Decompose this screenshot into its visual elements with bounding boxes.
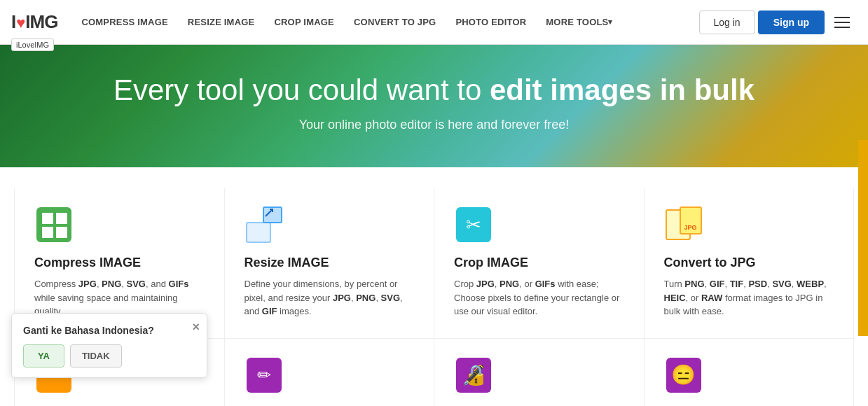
hero-headline-bold: edit images in bulk — [490, 74, 755, 106]
login-button[interactable]: Log in — [699, 10, 755, 34]
svg-line-1 — [61, 214, 66, 219]
convert-icon: JPG — [664, 205, 703, 244]
language-no-button[interactable]: TIDAK — [70, 344, 122, 368]
logo-img: IMG — [25, 11, 57, 32]
compress-icon — [34, 205, 74, 244]
right-accent-bar — [858, 140, 868, 336]
hamburger-line-1 — [834, 17, 850, 18]
hero-headline: Every tool you could want to edit images… — [14, 73, 854, 108]
logo-text: I♥IMG — [11, 11, 57, 33]
svg-line-0 — [43, 214, 48, 219]
language-popup-close-button[interactable]: × — [192, 321, 200, 333]
crop-icon: ✂ — [454, 205, 493, 244]
compress-arrow-tr-icon — [57, 214, 67, 223]
convert-desc: Turn PNG, GIF, TIF, PSD, SVG, WEBP, HEIC… — [664, 277, 834, 318]
signup-button[interactable]: Sign up — [758, 10, 825, 34]
watermark-icon: 🔏 — [454, 356, 493, 395]
nav-crop[interactable]: CROP IMAGE — [264, 0, 344, 45]
language-popup-buttons: YA TIDAK — [23, 344, 195, 368]
tool-crop[interactable]: ✂ Crop IMAGE Crop JPG, PNG, or GIFs with… — [434, 188, 645, 339]
nav-right: Log in Sign up — [699, 8, 857, 36]
language-popup-title: Ganti ke Bahasa Indonesia? — [23, 325, 195, 336]
crop-title: Crop IMAGE — [454, 255, 624, 270]
crop-desc: Crop JPG, PNG, or GIFs with ease; Choose… — [454, 277, 624, 318]
logo-heart: ♥ — [16, 14, 25, 31]
hamburger-line-2 — [834, 22, 850, 23]
svg-line-2 — [43, 232, 48, 237]
nav-more-tools[interactable]: MORE TOOLS — [536, 0, 622, 45]
logo[interactable]: I♥IMG iLoveIMG — [11, 11, 57, 33]
navbar: I♥IMG iLoveIMG COMPRESS IMAGE RESIZE IMA… — [0, 0, 868, 45]
hero-headline-part1: Every tool you could want to — [113, 74, 490, 106]
tool-meme[interactable]: 😑 Meme generator Create your memes onlin… — [645, 339, 855, 406]
compress-arrow-bl-icon — [43, 227, 53, 237]
svg-line-3 — [61, 232, 66, 237]
language-yes-button[interactable]: YA — [23, 344, 64, 368]
photo-editor-icon: ✏ — [244, 356, 284, 395]
resize-arrow-icon — [264, 208, 274, 218]
resize-icon — [244, 205, 284, 244]
logo-i: I — [11, 11, 15, 32]
nav-links: COMPRESS IMAGE RESIZE IMAGE CROP IMAGE C… — [71, 0, 698, 45]
tool-watermark[interactable]: 🔏 Watermark IMAGE Stamp an image or text… — [434, 339, 645, 406]
tool-resize[interactable]: Resize IMAGE Define your dimensions, by … — [225, 188, 435, 339]
language-popup: × Ganti ke Bahasa Indonesia? YA TIDAK — [11, 313, 207, 378]
nav-convert[interactable]: CONVERT TO JPG — [344, 0, 446, 45]
hero-subheadline: Your online photo editor is here and for… — [14, 118, 854, 132]
svg-line-4 — [266, 209, 273, 216]
nav-resize[interactable]: RESIZE IMAGE — [178, 0, 265, 45]
hamburger-menu-button[interactable] — [827, 8, 857, 36]
compress-arrow-tl-icon — [43, 214, 53, 223]
tool-photo-editor[interactable]: ✏ Photo editor Spice up your pictures wi… — [225, 339, 435, 406]
hero-section: Every tool you could want to edit images… — [0, 45, 868, 167]
convert-title: Convert to JPG — [664, 255, 834, 270]
compress-arrow-br-icon — [57, 227, 67, 237]
hamburger-line-3 — [834, 27, 850, 28]
tool-convert[interactable]: JPG Convert to JPG Turn PNG, GIF, TIF, P… — [645, 188, 855, 339]
nav-compress[interactable]: COMPRESS IMAGE — [71, 0, 177, 45]
compress-title: Compress IMAGE — [34, 255, 205, 270]
resize-desc: Define your dimensions, by percent or pi… — [244, 277, 415, 318]
resize-title: Resize IMAGE — [244, 255, 415, 270]
meme-icon: 😑 — [664, 356, 703, 395]
logo-tooltip: iLoveIMG — [11, 38, 54, 51]
nav-photo-editor[interactable]: PHOTO EDITOR — [446, 0, 536, 45]
